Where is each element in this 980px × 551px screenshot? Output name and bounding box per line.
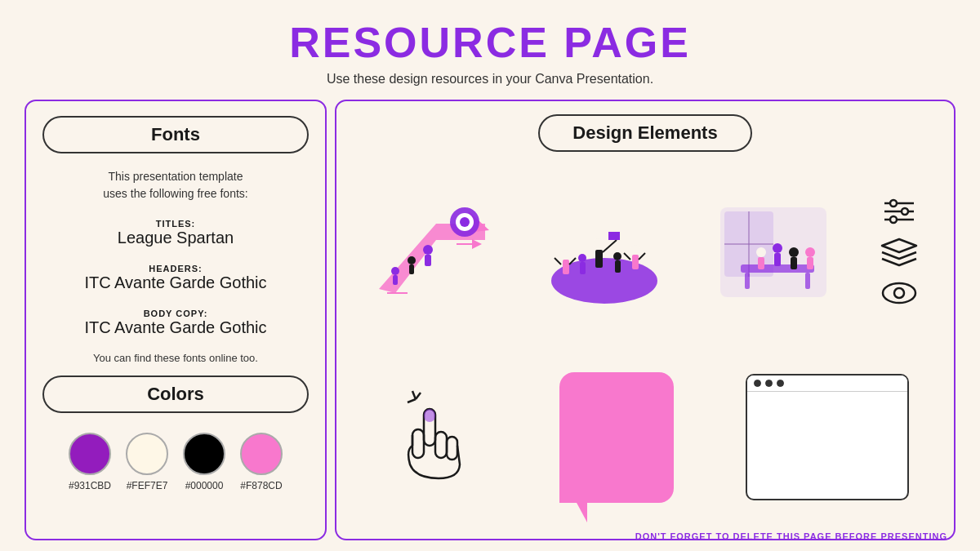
browser-topbar: [747, 375, 907, 392]
body-font-item: BODY COPY: ITC Avante Garde Gothic: [42, 309, 309, 337]
svg-line-56: [416, 393, 421, 399]
eye-icon: [879, 277, 920, 309]
svg-point-53: [894, 288, 904, 298]
svg-rect-27: [580, 262, 586, 274]
svg-rect-15: [563, 260, 569, 274]
icons-column: [879, 195, 920, 309]
design-elements-title: Design Elements: [572, 122, 717, 143]
svg-rect-6: [393, 275, 398, 285]
browser-dot-1: [754, 380, 761, 387]
swatch-label-black: #000000: [185, 480, 224, 491]
browser-dot-3: [777, 380, 784, 387]
svg-point-39: [773, 243, 782, 253]
svg-rect-44: [807, 257, 813, 269]
illus-arrow-target: [371, 199, 493, 305]
svg-point-43: [805, 247, 815, 257]
swatch-purple: #931CBD: [69, 433, 111, 491]
svg-point-50: [890, 216, 897, 223]
design-elements-header: Design Elements: [353, 114, 938, 152]
svg-rect-23: [632, 255, 639, 269]
svg-marker-51: [882, 239, 916, 252]
design-grid-top: [353, 163, 938, 340]
swatch-circle-black: [183, 433, 225, 475]
fonts-title: Fonts: [151, 124, 200, 144]
illus-team-cheer: [541, 199, 668, 305]
swatch-pink: #F878CD: [240, 433, 283, 491]
fonts-section-box: Fonts: [42, 116, 309, 153]
svg-point-52: [883, 283, 915, 303]
swatch-label-purple: #931CBD: [69, 480, 111, 491]
svg-rect-10: [425, 255, 431, 266]
svg-rect-40: [774, 253, 781, 266]
svg-rect-38: [758, 257, 764, 269]
page-title: RESOURCE PAGE: [0, 18, 980, 67]
browser-dot-2: [765, 380, 773, 387]
browser-mockup: [746, 374, 909, 500]
headers-font-item: HEADERS: ITC Avante Garde Gothic: [42, 264, 309, 292]
swatch-black: #000000: [183, 433, 225, 491]
fonts-note: You can find these fonts online too.: [42, 352, 309, 364]
browser-content: [747, 392, 907, 491]
svg-rect-42: [791, 257, 797, 269]
svg-point-7: [408, 256, 416, 264]
svg-line-24: [624, 253, 630, 260]
svg-point-22: [630, 245, 640, 255]
headers-label: HEADERS:: [42, 264, 309, 273]
svg-point-28: [613, 252, 621, 260]
svg-rect-62: [424, 409, 435, 422]
svg-point-4: [460, 217, 470, 227]
titles-label: TITLES:: [42, 219, 309, 229]
svg-line-25: [639, 253, 645, 260]
svg-point-9: [423, 245, 433, 255]
fonts-description: This presentation template uses the foll…: [42, 168, 309, 202]
illus-team-meeting: [716, 199, 831, 305]
svg-rect-35: [745, 273, 750, 289]
swatch-label-cream: #FEF7E7: [127, 480, 168, 491]
colors-title: Colors: [147, 384, 204, 404]
svg-point-48: [890, 200, 897, 207]
svg-line-54: [412, 391, 416, 399]
body-font-name: ITC Avante Garde Gothic: [42, 318, 309, 337]
svg-rect-19: [595, 250, 603, 268]
left-panel: Fonts This presentation template uses th…: [24, 100, 327, 540]
svg-point-18: [593, 238, 604, 250]
headers-font-name: ITC Avante Garde Gothic: [42, 273, 309, 292]
svg-point-14: [561, 250, 571, 260]
svg-rect-29: [615, 260, 621, 273]
speech-bubble-pink: [559, 372, 674, 503]
titles-font-item: TITLES: League Spartan: [42, 219, 309, 247]
svg-rect-21: [608, 232, 620, 240]
swatch-label-pink: #F878CD: [240, 480, 282, 491]
svg-line-16: [555, 258, 561, 264]
svg-point-26: [578, 254, 586, 262]
design-grid-bottom: [353, 349, 938, 526]
svg-rect-60: [447, 437, 457, 460]
main-container: Fonts This presentation template uses th…: [24, 100, 956, 540]
speech-bubble-container: [555, 368, 678, 507]
right-panel: Design Elements: [335, 100, 956, 540]
footer-note: DON'T FORGET TO DELETE THIS PAGE BEFORE …: [635, 531, 951, 541]
page-header: RESOURCE PAGE Use these design resources…: [0, 0, 980, 91]
svg-point-37: [756, 247, 766, 257]
svg-rect-36: [805, 273, 810, 289]
svg-line-55: [408, 399, 416, 402]
design-elements-box: Design Elements: [538, 114, 751, 152]
svg-rect-8: [409, 264, 414, 274]
swatch-circle-purple: [69, 433, 111, 475]
swatch-circle-cream: [126, 433, 168, 475]
svg-point-49: [902, 208, 908, 215]
illus-click-hand: [381, 384, 488, 491]
svg-line-20: [603, 240, 617, 252]
colors-section-box: Colors: [42, 375, 309, 413]
swatch-circle-pink: [240, 433, 283, 475]
svg-point-41: [789, 247, 799, 257]
svg-rect-59: [435, 432, 447, 458]
svg-point-5: [391, 267, 399, 275]
titles-font-name: League Spartan: [42, 229, 309, 247]
swatch-cream: #FEF7E7: [126, 433, 168, 491]
colors-swatches: #931CBD #FEF7E7 #000000 #F878CD: [42, 433, 309, 491]
page-subtitle: Use these design resources in your Canva…: [0, 72, 980, 87]
filter-icon: [879, 195, 920, 228]
layers-icon: [879, 236, 920, 269]
svg-rect-58: [412, 429, 424, 458]
